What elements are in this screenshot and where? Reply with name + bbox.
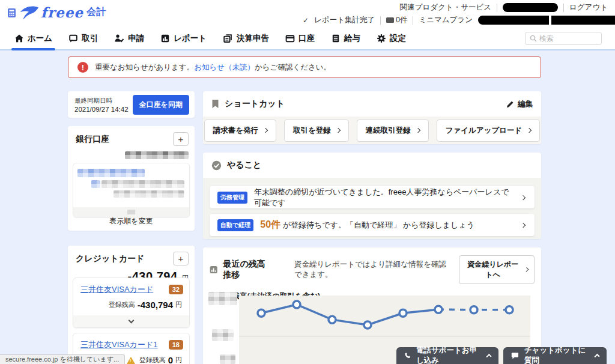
redacted-y-axis-label xyxy=(212,329,234,341)
logout-link[interactable]: ログアウト xyxy=(569,2,608,13)
redacted-company-name xyxy=(478,16,549,25)
todo-text: 50件 が登録待ちです。「自動で経理」 から登録しましょう xyxy=(260,219,474,231)
tab-requests[interactable]: 申請 xyxy=(114,28,144,49)
sync-card: 最終同期日時 2021/09/27 14:42 全口座を同期 xyxy=(68,91,195,118)
divider xyxy=(563,4,564,12)
bar-chart-icon xyxy=(160,34,170,43)
add-bank-account-button[interactable]: + xyxy=(173,132,189,146)
todo-title: やること xyxy=(227,160,261,171)
divider xyxy=(413,16,413,25)
file-upload-button[interactable]: ファイルアップロード xyxy=(437,120,541,142)
freee-dashboard: freee 会計 関連プロダクト・サービス ログアウト ✓ レポート集計完了 0… xyxy=(0,0,615,364)
change-display-order-link[interactable]: 表示順を変更 xyxy=(68,216,195,226)
tab-reports[interactable]: レポート xyxy=(160,28,207,49)
plan-label: ミニマムプラン xyxy=(419,15,473,25)
home-icon xyxy=(14,34,24,43)
tab-home[interactable]: ホーム xyxy=(14,28,52,49)
chat-bubble-icon xyxy=(511,351,519,360)
balance-unit: 円 xyxy=(175,300,182,309)
shortcuts-body: 請求書を発行 取引を登録 連続取引登録 ファイルアップロード xyxy=(203,117,541,144)
last-sync-datetime: 2021/09/27 14:42 xyxy=(74,106,129,113)
gear-icon xyxy=(377,34,386,43)
check-icon: ✓ xyxy=(303,16,309,25)
tab-tax-filing[interactable]: 決算申告 xyxy=(223,28,269,49)
redacted-bank-row-2 xyxy=(114,190,184,198)
phone-icon xyxy=(404,351,411,360)
todo-card: やること 労務管理 年末調整の締切が近づいてきました。freee人事労務ならペー… xyxy=(203,153,541,239)
add-credit-card-button[interactable]: + xyxy=(173,252,189,265)
shortcuts-card: ショートカット 編集 請求書を発行 取引を登録 連続取引登録 ファイルアップロー… xyxy=(203,91,541,144)
shortcuts-title: ショートカット xyxy=(225,99,285,109)
chevron-up-icon xyxy=(486,354,491,359)
speech-bubble-icon xyxy=(386,17,394,23)
warning-icon xyxy=(127,357,135,364)
labor-management-badge: 労務管理 xyxy=(217,192,247,204)
chat-square-icon xyxy=(68,34,78,43)
credit-cards-card: クレジットカード + -430,794 円 三井住友VISAカード 32 登録残… xyxy=(68,246,195,364)
last-sync-info: 最終同期日時 2021/09/27 14:42 xyxy=(74,96,129,112)
browser-status-bar: secure.freee.co.jp を待機しています... xyxy=(0,354,125,364)
logo-suffix: 会計 xyxy=(86,6,106,19)
last-sync-label: 最終同期日時 xyxy=(74,96,129,105)
sync-all-accounts-button[interactable]: 全口座を同期 xyxy=(133,95,189,115)
continuous-register-button[interactable]: 連続取引登録 xyxy=(357,120,429,142)
main-nav: ホーム 取引 申請 レポート 決算申告 口座 給与 設定 xyxy=(0,28,615,50)
tab-payroll[interactable]: 給与 xyxy=(331,28,360,49)
register-transaction-button[interactable]: 取引を登録 xyxy=(284,120,349,142)
cashflow-report-description: 資金繰りレポートではより詳細な情報を確認できます。 xyxy=(294,259,454,280)
todo-text: 年末調整の締切が近づいてきました。freee人事労務ならペーパーレスで可能です xyxy=(254,187,515,208)
divider xyxy=(380,16,381,25)
chevron-right-icon xyxy=(335,128,340,133)
credit-card-link[interactable]: 三井住友VISAカード xyxy=(80,284,153,295)
search-box[interactable] xyxy=(525,32,602,45)
unread-notice-link[interactable]: お知らせ（未読） xyxy=(194,63,255,71)
tab-accounts[interactable]: 口座 xyxy=(285,28,315,49)
chevron-right-icon xyxy=(415,128,420,133)
pending-count-badge: 18 xyxy=(169,340,183,350)
notice-text: 重要なお知らせがあります。お知らせ（未読）からご確認ください。 xyxy=(95,62,331,73)
registered-balance-label: 登録残高 xyxy=(139,356,166,364)
cashflow-report-button[interactable]: 資金繰りレポートへ xyxy=(459,255,535,284)
chevron-right-icon xyxy=(524,267,529,272)
bank-accounts-title: 銀行口座 xyxy=(76,134,109,144)
credit-card-link[interactable]: 三井住友VISAカード1 xyxy=(80,339,157,350)
pending-count-highlight: 50件 xyxy=(260,219,280,229)
related-products-link[interactable]: 関連プロダクト・サービス xyxy=(400,2,491,13)
phone-support-button[interactable]: 電話サポートお申し込み xyxy=(396,347,498,364)
redacted-bank-row xyxy=(91,180,184,188)
tab-settings[interactable]: 設定 xyxy=(377,28,406,49)
person-check-icon xyxy=(114,34,124,43)
bank-item-expander[interactable] xyxy=(73,207,189,217)
pending-count-badge: 32 xyxy=(169,285,183,294)
edit-shortcuts-button[interactable]: 編集 xyxy=(506,99,533,109)
search-icon xyxy=(530,35,537,42)
bank-account-item[interactable] xyxy=(73,163,190,217)
tab-transactions[interactable]: 取引 xyxy=(68,28,98,49)
chevron-right-icon xyxy=(521,195,526,199)
todo-item-labor[interactable]: 労務管理 年末調整の締切が近づいてきました。freee人事労務ならペーパーレスで… xyxy=(210,186,535,208)
card-item-expander[interactable] xyxy=(73,315,189,327)
search-input[interactable] xyxy=(539,34,593,43)
notification-count[interactable]: 0件 xyxy=(386,15,407,25)
header-status-row: ✓ レポート集計完了 0件 ミニマムプラン xyxy=(303,15,615,25)
issue-invoice-button[interactable]: 請求書を発行 xyxy=(204,120,276,142)
documents-icon xyxy=(223,34,233,43)
registered-balance-label: 登録残高 xyxy=(109,300,135,309)
chart-icon xyxy=(210,265,217,275)
important-notice-banner: ! 重要なお知らせがあります。お知らせ（未読）からご確認ください。 xyxy=(68,56,541,78)
pencil-icon xyxy=(506,100,514,108)
freee-logo[interactable]: freee 会計 xyxy=(8,4,106,20)
registered-balance: -430,794 xyxy=(138,300,173,310)
chatbot-button[interactable]: チャットボットに質問 xyxy=(503,347,607,364)
alert-icon: ! xyxy=(77,62,88,73)
registered-balance: 0 xyxy=(168,355,173,364)
check-circle-icon xyxy=(211,160,222,171)
calculator-icon xyxy=(8,7,17,18)
divider xyxy=(497,4,497,12)
balance-trend-title: 最近の残高推移 xyxy=(223,259,272,281)
todo-body: 労務管理 年末調整の締切が近づいてきました。freee人事労務ならペーパーレスで… xyxy=(203,178,541,239)
redacted-y-axis-label xyxy=(220,354,235,364)
report-aggregation-status[interactable]: レポート集計完了 xyxy=(314,15,375,25)
redacted-bank-name xyxy=(77,169,145,177)
todo-item-auto-accounting[interactable]: 自動で経理 50件 が登録待ちです。「自動で経理」 から登録しましょう xyxy=(210,214,535,236)
